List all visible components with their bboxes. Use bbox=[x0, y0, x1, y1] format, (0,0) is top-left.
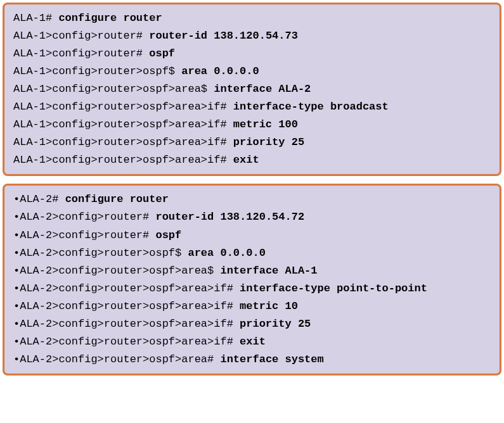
cli-line: •ALA-2>config>router# ospf bbox=[13, 227, 491, 244]
cli-line: ALA-1>config>router>ospf>area>if# metric… bbox=[13, 116, 491, 134]
cli-command: interface system bbox=[220, 353, 323, 365]
cli-command: interface-type point-to-point bbox=[240, 282, 427, 294]
cli-line: ALA-1>config>router# router-id 138.120.5… bbox=[13, 27, 491, 45]
cli-prompt: ALA-2>config>router# bbox=[20, 211, 155, 223]
cli-line: ALA-1>config>router>ospf>area>if# interf… bbox=[13, 98, 491, 116]
cli-line: ALA-1>config>router# ospf bbox=[13, 45, 491, 63]
cli-command: interface-type broadcast bbox=[233, 101, 389, 113]
cli-line: •ALA-2>config>router>ospf>area# interfac… bbox=[13, 351, 491, 369]
cli-line: •ALA-2>config>router>ospf>area>if# prior… bbox=[13, 315, 491, 333]
line-bullet: • bbox=[13, 282, 20, 294]
cli-line: •ALA-2>config>router>ospf>area$ interfac… bbox=[13, 262, 491, 280]
line-bullet: • bbox=[13, 247, 20, 259]
line-bullet: • bbox=[13, 193, 20, 205]
line-bullet: • bbox=[13, 318, 20, 330]
cli-prompt: ALA-1>config>router# bbox=[13, 47, 149, 60]
cli-prompt: ALA-1>config>router# bbox=[13, 30, 149, 42]
cli-command: configure router bbox=[58, 12, 162, 24]
cli-command: priority 25 bbox=[240, 318, 311, 330]
cli-prompt: ALA-1# bbox=[13, 12, 58, 24]
cli-command: area 0.0.0.0 bbox=[188, 247, 265, 259]
cli-line: •ALA-2>config>router# router-id 138.120.… bbox=[13, 208, 491, 226]
cli-line: ALA-1>config>router>ospf>area$ interface… bbox=[13, 80, 491, 98]
line-bullet: • bbox=[13, 336, 20, 348]
cli-line: •ALA-2>config>router>ospf>area>if# inter… bbox=[13, 280, 491, 298]
cli-prompt: ALA-2>config>router>ospf>area>if# bbox=[20, 336, 240, 348]
line-bullet: • bbox=[13, 300, 20, 312]
cli-prompt: ALA-2>config>router>ospf>area>if# bbox=[20, 318, 240, 330]
cli-line: ALA-1>config>router>ospf$ area 0.0.0.0 bbox=[13, 63, 491, 80]
cli-command: router-id 138.120.54.73 bbox=[149, 30, 298, 42]
cli-line: ALA-1>config>router>ospf>area>if# exit bbox=[13, 151, 491, 169]
cli-prompt: ALA-1>config>router>ospf>area>if# bbox=[13, 118, 233, 130]
line-bullet: • bbox=[13, 229, 20, 241]
cli-command: metric 100 bbox=[233, 118, 298, 130]
cli-line: •ALA-2>config>router>ospf$ area 0.0.0.0 bbox=[13, 244, 491, 262]
cli-command: exit bbox=[240, 336, 266, 348]
cli-prompt: ALA-1>config>router>ospf>area>if# bbox=[13, 136, 233, 148]
cli-line: ALA-1# configure router bbox=[13, 9, 491, 27]
cli-command: ospf bbox=[155, 229, 181, 241]
cli-line: •ALA-2>config>router>ospf>area>if# exit bbox=[13, 333, 491, 351]
cli-command: exit bbox=[233, 154, 259, 166]
cli-command: ospf bbox=[149, 47, 175, 60]
cli-line: •ALA-2>config>router>ospf>area>if# metri… bbox=[13, 298, 491, 315]
cli-command: interface ALA-2 bbox=[214, 83, 311, 95]
cli-prompt: ALA-2# bbox=[20, 193, 65, 205]
cli-prompt: ALA-1>config>router>ospf>area$ bbox=[13, 83, 214, 95]
line-bullet: • bbox=[13, 265, 20, 277]
cli-command: configure router bbox=[65, 193, 169, 205]
cli-prompt: ALA-1>config>router>ospf>area>if# bbox=[13, 101, 233, 113]
cli-command: router-id 138.120.54.72 bbox=[155, 211, 304, 223]
cli-prompt: ALA-2>config>router>ospf>area$ bbox=[20, 265, 220, 277]
cli-prompt: ALA-2>config>router>ospf>area# bbox=[20, 353, 220, 365]
line-bullet: • bbox=[13, 353, 20, 365]
cli-prompt: ALA-2>config>router>ospf>area>if# bbox=[20, 300, 240, 312]
line-bullet: • bbox=[13, 211, 20, 223]
cli-prompt: ALA-2>config>router>ospf$ bbox=[20, 247, 188, 259]
cli-prompt: ALA-1>config>router>ospf$ bbox=[13, 65, 181, 77]
cli-command: area 0.0.0.0 bbox=[181, 65, 259, 77]
cli-prompt: ALA-2>config>router>ospf>area>if# bbox=[20, 282, 240, 294]
terminal-box-ala-2: •ALA-2# configure router •ALA-2>config>r… bbox=[3, 184, 501, 375]
terminal-box-ala-1: ALA-1# configure router ALA-1>config>rou… bbox=[3, 3, 501, 176]
cli-line: •ALA-2# configure router bbox=[13, 191, 491, 208]
cli-command: metric 10 bbox=[240, 300, 298, 312]
cli-command: interface ALA-1 bbox=[220, 265, 317, 277]
cli-prompt: ALA-2>config>router# bbox=[20, 229, 155, 241]
cli-line: ALA-1>config>router>ospf>area>if# priori… bbox=[13, 134, 491, 151]
cli-command: priority 25 bbox=[233, 136, 304, 148]
cli-prompt: ALA-1>config>router>ospf>area>if# bbox=[13, 154, 233, 166]
